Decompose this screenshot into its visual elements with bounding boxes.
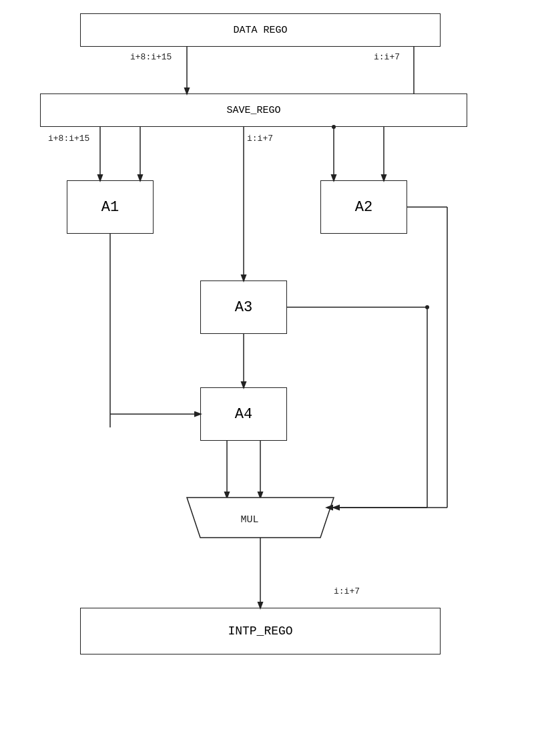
a1-box: A1 bbox=[67, 180, 154, 234]
a4-box: A4 bbox=[200, 387, 287, 441]
svg-point-16 bbox=[425, 305, 429, 309]
label-i8i15-top: i+8:i+15 bbox=[130, 52, 172, 62]
intp-rego-label: INTP_REGO bbox=[228, 624, 292, 638]
intp-rego-box: INTP_REGO bbox=[80, 608, 441, 654]
label-i8i15-save: i+8:i+15 bbox=[48, 134, 89, 144]
a3-label: A3 bbox=[235, 299, 252, 316]
label-ii7-intp: i:i+7 bbox=[334, 586, 360, 596]
save-rego-box: SAVE_REGO bbox=[40, 93, 467, 127]
diagram-container: DATA REGO SAVE_REGO A1 A2 A3 A4 INTP_REG… bbox=[0, 0, 534, 756]
save-rego-label: SAVE_REGO bbox=[226, 105, 280, 116]
a1-label: A1 bbox=[101, 199, 119, 216]
svg-marker-20 bbox=[187, 498, 334, 538]
label-ii7-save: i:i+7 bbox=[247, 134, 273, 144]
a2-label: A2 bbox=[355, 199, 372, 216]
a3-box: A3 bbox=[200, 280, 287, 334]
a4-label: A4 bbox=[235, 406, 252, 423]
label-ii7-top: i:i+7 bbox=[374, 52, 400, 62]
data-rego-label: DATA REGO bbox=[233, 25, 287, 36]
svg-text:MUL: MUL bbox=[240, 514, 258, 526]
a2-box: A2 bbox=[320, 180, 407, 234]
data-rego-box: DATA REGO bbox=[80, 13, 441, 47]
